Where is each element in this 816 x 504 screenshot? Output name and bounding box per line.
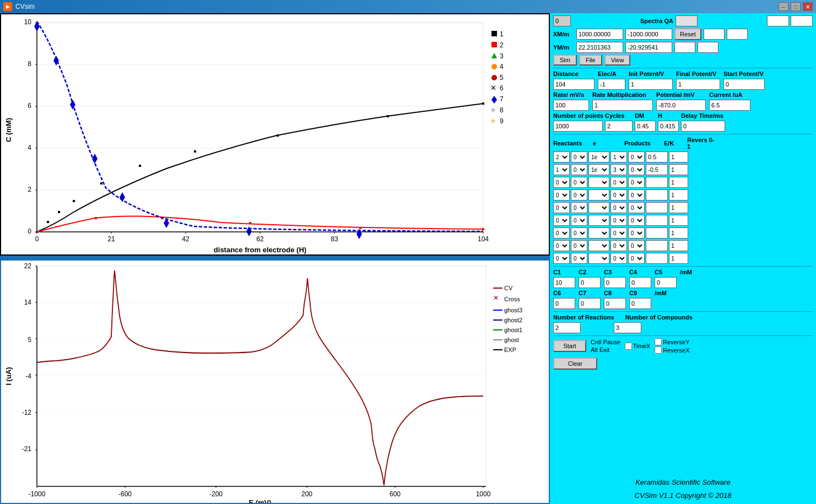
close-button[interactable]: ✕ [803,2,813,11]
r6-e-select[interactable] [588,215,609,226]
r6-p2-select[interactable]: 0 [628,215,645,226]
spectra-val1[interactable] [767,15,789,26]
r2-p2-select[interactable]: 0 [628,164,645,175]
r8-r1-select[interactable]: 0 [553,240,570,251]
r2-rev-input[interactable] [669,164,688,175]
r9-e-select[interactable] [588,253,609,264]
c3-input[interactable] [604,277,626,288]
r2-e-select[interactable]: 1e [588,164,609,175]
xm-input2[interactable] [625,29,672,40]
r7-p1-select[interactable]: 0 [610,227,627,239]
r8-p1-select[interactable]: 0 [610,240,627,251]
c4-input[interactable] [629,277,651,288]
r1-p2-select[interactable]: 0 [628,151,645,162]
rate-mult-input[interactable] [592,100,653,111]
r7-rev-input[interactable] [669,227,688,239]
r2-r2-select[interactable]: 0 [571,164,587,175]
r9-rev-input[interactable] [669,253,688,264]
r9-ek-input[interactable] [646,253,668,264]
r5-e-select[interactable] [588,202,609,213]
r4-p1-select[interactable]: 0 [610,189,627,200]
current-input[interactable] [709,100,750,111]
xm-input1[interactable] [576,29,623,40]
view-tab[interactable]: View [604,55,631,66]
r1-e-select[interactable]: 1e [588,151,609,162]
titlebar-controls[interactable]: – □ ✕ [779,2,813,11]
r4-r1-select[interactable]: 0 [553,189,570,200]
extra-input2[interactable] [727,29,748,40]
r8-e-select[interactable] [588,240,609,251]
potential-input[interactable] [656,100,706,111]
file-tab[interactable]: File [579,55,602,66]
r1-r2-select[interactable]: 0 [571,151,587,162]
spectra-qa-input[interactable] [676,15,698,26]
final-potent-input[interactable] [676,79,720,90]
r4-e-select[interactable] [588,189,609,200]
num-reactions-input[interactable] [553,322,581,333]
r1-ek-input[interactable] [646,151,668,162]
r2-r1-select[interactable]: 1 [553,164,570,175]
r5-r2-select[interactable]: 0 [571,202,587,213]
r8-r2-select[interactable]: 0 [571,240,587,251]
num-compounds-input[interactable] [614,322,641,333]
r7-ek-input[interactable] [646,227,668,239]
r6-r1-select[interactable]: 0 [553,215,570,226]
extra-input3[interactable] [674,42,695,53]
r1-p1-select[interactable]: 1 [610,151,627,162]
r5-p1-select[interactable]: 0 [610,202,627,213]
c5-input[interactable] [655,277,677,288]
init-potent-input[interactable] [629,79,673,90]
r6-r2-select[interactable]: 0 [571,215,587,226]
r3-r1-select[interactable]: 0 [553,177,570,188]
r8-p2-select[interactable]: 0 [628,240,645,251]
minimize-button[interactable]: – [779,2,788,11]
c2-input[interactable] [579,277,601,288]
r7-r2-select[interactable]: 0 [571,227,587,239]
dm-input[interactable] [635,121,656,132]
r4-rev-input[interactable] [669,189,688,200]
extra-input1[interactable] [704,29,725,40]
r8-rev-input[interactable] [669,240,688,251]
r9-p2-select[interactable]: 0 [628,253,645,264]
r4-r2-select[interactable]: 0 [571,189,587,200]
numpoints-input[interactable] [553,121,603,132]
r4-p2-select[interactable]: 0 [628,189,645,200]
reversey-label[interactable]: ReverseY [655,338,689,345]
reset-button[interactable]: Reset [674,28,701,40]
r7-r1-select[interactable]: 0 [553,227,570,239]
delay-input[interactable] [681,121,725,132]
r9-r2-select[interactable]: 0 [571,253,587,264]
r1-r1-select[interactable]: 201 [553,151,570,162]
r6-ek-input[interactable] [646,215,668,226]
spectra-input0[interactable] [553,15,571,26]
spectra-val2[interactable] [791,15,813,26]
r5-rev-input[interactable] [669,202,688,213]
r4-ek-input[interactable] [646,189,668,200]
timex-checkbox[interactable] [625,343,632,350]
c8-input[interactable] [604,298,626,309]
start-button[interactable]: Start [553,340,586,352]
r5-ek-input[interactable] [646,202,668,213]
maximize-button[interactable]: □ [791,2,801,11]
c6-input[interactable] [553,298,575,309]
r9-r1-select[interactable]: 0 [553,253,570,264]
ym-input1[interactable] [576,42,623,53]
r9-p1-select[interactable]: 0 [610,253,627,264]
r3-rev-input[interactable] [669,177,688,188]
sim-tab[interactable]: Sim [553,55,577,66]
distance-input[interactable] [553,79,595,90]
ym-input2[interactable] [625,42,672,53]
start-potent-input[interactable] [723,79,765,90]
r3-r2-select[interactable]: 0 [571,177,587,188]
r3-p1-select[interactable]: 0 [610,177,627,188]
clear-button[interactable]: Clear [553,357,597,370]
r3-p2-select[interactable]: 0 [628,177,645,188]
r3-e-select[interactable] [588,177,609,188]
r7-p2-select[interactable]: 0 [628,227,645,239]
c9-input[interactable] [629,298,651,309]
reversex-label[interactable]: ReverseX [655,346,689,354]
r5-r1-select[interactable]: 0 [553,202,570,213]
reversey-checkbox[interactable] [655,338,662,345]
timex-label[interactable]: TimeX [625,343,650,350]
elec-input[interactable] [598,79,625,90]
